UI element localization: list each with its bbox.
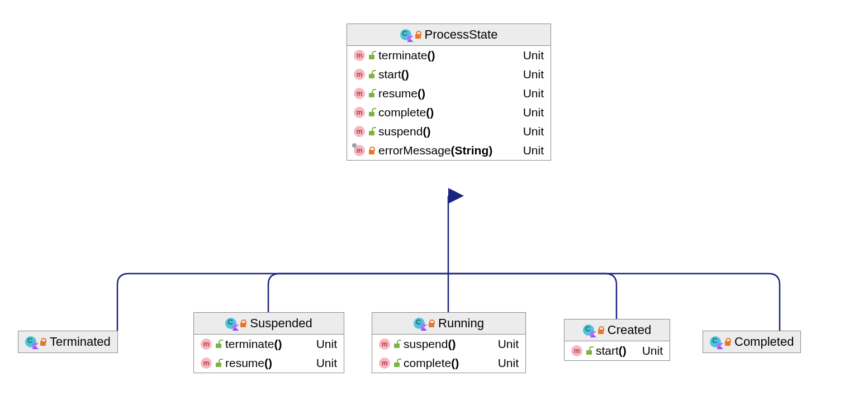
method-signature: terminate() <box>378 49 512 62</box>
method-return-type: Unit <box>523 144 544 157</box>
method-return-type: Unit <box>498 337 519 351</box>
method-signature: start() <box>378 68 512 81</box>
sealed-lock-icon <box>240 319 246 327</box>
public-lock-icon <box>393 340 400 348</box>
class-title: Running <box>438 316 484 331</box>
class-kotlin-icon <box>414 318 425 329</box>
class-header: Suspended <box>194 313 344 335</box>
class-header: ProcessState <box>347 24 551 46</box>
method-row[interactable]: mresume()Unit <box>347 84 551 103</box>
private-lock-icon <box>368 147 375 154</box>
method-return-type: Unit <box>642 344 663 358</box>
method-row[interactable]: mcomplete()Unit <box>372 354 525 373</box>
method-row[interactable]: mcomplete()Unit <box>347 103 551 122</box>
public-lock-icon <box>393 359 400 367</box>
method-icon: m <box>201 358 212 369</box>
class-title: ProcessState <box>425 27 498 42</box>
method-signature: complete() <box>378 106 512 119</box>
public-lock-icon <box>368 51 375 59</box>
method-icon: m <box>379 358 390 369</box>
method-icon: m <box>354 50 365 61</box>
public-lock-icon <box>215 340 222 348</box>
class-kotlin-icon <box>400 29 411 40</box>
class-header: Running <box>372 313 525 335</box>
method-icon: m <box>354 107 365 118</box>
class-terminated[interactable]: Terminated <box>18 331 118 353</box>
public-lock-icon <box>368 70 375 78</box>
class-suspended[interactable]: Suspended mterminate()Unitmresume()Unit <box>193 312 344 373</box>
method-icon: m <box>201 338 212 350</box>
sealed-lock-icon <box>597 326 604 334</box>
method-icon: m <box>354 126 365 137</box>
method-signature: resume() <box>225 356 305 370</box>
class-header: Completed <box>703 331 800 352</box>
class-kotlin-icon <box>225 318 236 329</box>
method-row[interactable]: mterminate()Unit <box>194 335 344 354</box>
method-return-type: Unit <box>523 49 544 62</box>
method-signature: start() <box>596 344 631 358</box>
sealed-lock-icon <box>40 338 46 346</box>
method-row[interactable]: msuspend()Unit <box>347 122 551 141</box>
method-return-type: Unit <box>523 68 544 81</box>
class-header: Created <box>565 319 670 341</box>
method-return-type: Unit <box>316 356 337 370</box>
class-header: Terminated <box>18 331 117 352</box>
method-icon: m <box>379 338 390 350</box>
method-row[interactable]: mterminate()Unit <box>347 46 551 65</box>
public-lock-icon <box>586 347 592 355</box>
class-completed[interactable]: Completed <box>703 331 801 353</box>
sealed-lock-icon <box>415 31 421 39</box>
public-lock-icon <box>368 90 375 97</box>
method-icon: m <box>354 88 365 99</box>
method-icon: m <box>354 69 365 80</box>
class-running[interactable]: Running msuspend()Unitmcomplete()Unit <box>372 312 526 373</box>
method-row[interactable]: merrorMessage(String)Unit <box>347 141 551 160</box>
method-return-type: Unit <box>523 106 544 119</box>
method-signature: resume() <box>378 87 512 100</box>
method-signature: suspend() <box>404 337 487 351</box>
public-lock-icon <box>368 109 375 116</box>
method-signature: complete() <box>404 356 487 370</box>
class-kotlin-icon <box>710 336 721 347</box>
method-icon: m <box>571 345 582 356</box>
class-title: Terminated <box>50 335 111 349</box>
class-title: Completed <box>734 335 794 349</box>
class-kotlin-icon <box>25 336 36 347</box>
sealed-lock-icon <box>428 319 435 327</box>
method-row[interactable]: msuspend()Unit <box>372 335 525 354</box>
class-title: Suspended <box>250 316 312 331</box>
public-lock-icon <box>368 128 375 135</box>
method-row[interactable]: mresume()Unit <box>194 354 344 373</box>
class-processstate[interactable]: ProcessState mterminate()Unitmstart()Uni… <box>347 23 551 161</box>
method-signature: errorMessage(String) <box>378 144 512 157</box>
sealed-lock-icon <box>724 338 731 346</box>
public-lock-icon <box>215 359 222 367</box>
method-signature: suspend() <box>378 125 512 138</box>
method-return-type: Unit <box>316 337 337 351</box>
class-title: Created <box>608 323 651 337</box>
method-return-type: Unit <box>498 356 519 370</box>
method-row[interactable]: mstart()Unit <box>347 65 551 84</box>
class-created[interactable]: Created mstart()Unit <box>564 319 670 361</box>
method-icon: m <box>354 145 365 156</box>
method-signature: terminate() <box>225 337 305 351</box>
class-kotlin-icon <box>583 325 594 336</box>
method-return-type: Unit <box>523 87 544 100</box>
method-return-type: Unit <box>523 125 544 138</box>
method-row[interactable]: mstart()Unit <box>565 341 670 360</box>
